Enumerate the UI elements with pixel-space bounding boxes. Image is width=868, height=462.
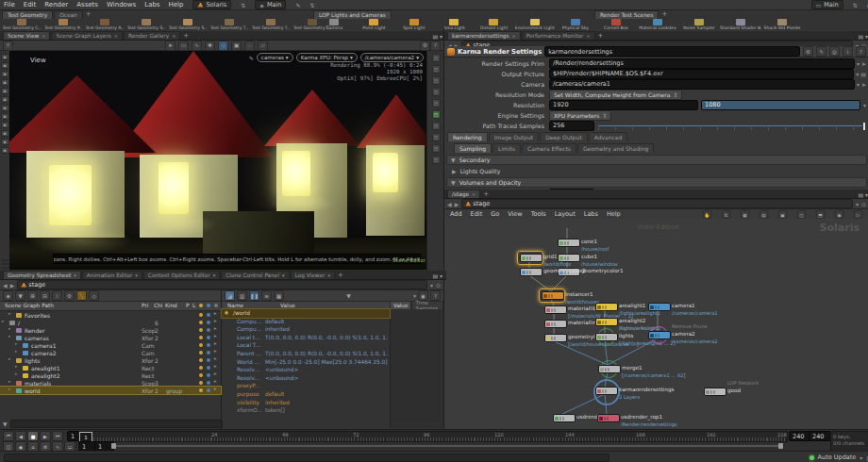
handles-icon[interactable]: ▪ bbox=[1, 88, 9, 94]
box-select-icon[interactable]: ▭ bbox=[178, 41, 189, 51]
menu-labs[interactable]: Labs bbox=[144, 1, 159, 8]
magnifier-icon[interactable]: ◎ bbox=[829, 46, 840, 57]
jump-end-button[interactable]: ⏭ bbox=[52, 431, 63, 441]
details-caret-icon[interactable]: ▾ bbox=[413, 292, 416, 299]
prim-expander-icon[interactable]: ● bbox=[225, 310, 228, 315]
detail-row-Local-T-[interactable]: Local T... bbox=[222, 341, 390, 350]
wireframe-icon[interactable]: ◳ bbox=[432, 99, 441, 107]
node-body[interactable] bbox=[544, 305, 567, 314]
detail-row-Resolv-[interactable]: Resolv...<unbound> bbox=[222, 366, 390, 374]
camera-icon[interactable]: ▪ bbox=[1, 122, 9, 128]
tree-slash-icon[interactable]: ╲ bbox=[76, 290, 87, 301]
tree-row-lights[interactable]: ▸lightsXfor2➤ bbox=[0, 356, 221, 364]
back-icon[interactable]: ◀ bbox=[447, 201, 452, 207]
scale-icon[interactable]: ▪ bbox=[1, 79, 9, 86]
expander-icon[interactable]: ▸ bbox=[8, 356, 10, 361]
select-arrow-icon[interactable]: ➤ bbox=[213, 379, 217, 384]
prims-mode-icon[interactable]: ▱ bbox=[258, 41, 268, 51]
net-menu-layout[interactable]: Layout bbox=[555, 210, 576, 218]
view-mode-icon-2[interactable] bbox=[1, 267, 9, 269]
shading-mode-icon[interactable]: ◳ bbox=[432, 88, 441, 96]
pane-tab-scene-graph-layers[interactable]: Scene Graph Layers× bbox=[51, 31, 123, 40]
menu-edit[interactable]: Edit bbox=[24, 1, 37, 8]
pick-prim-icon[interactable]: ➤ bbox=[861, 60, 866, 67]
node-body[interactable] bbox=[595, 318, 618, 326]
net-menu-go[interactable]: Go bbox=[491, 210, 499, 218]
expander-icon[interactable]: ▸ bbox=[8, 387, 10, 391]
select-arrow-icon[interactable]: ➤ bbox=[213, 371, 217, 376]
select-arrow-icon[interactable]: ➤ bbox=[213, 319, 217, 323]
filter-funnel-icon[interactable]: ▼ bbox=[3, 421, 8, 427]
path-traced-samples-field[interactable]: 256 bbox=[549, 121, 594, 131]
forward-icon[interactable]: ▶ bbox=[455, 201, 459, 207]
solo-toggle[interactable] bbox=[199, 351, 203, 355]
brush-icon[interactable]: ✎ bbox=[816, 46, 826, 57]
resolution-height-field[interactable]: 1080 bbox=[701, 100, 860, 110]
pin-view-icon[interactable]: ◳ bbox=[432, 76, 441, 85]
tree-row-camera2[interactable]: ▸camera2Cam➤ bbox=[0, 349, 221, 356]
shelf-tool-test-geometry-t-[interactable]: Test Geometry T.. bbox=[253, 18, 289, 31]
node-body[interactable] bbox=[648, 303, 671, 311]
karma-node-name-field[interactable]: karmarendersettings bbox=[544, 46, 800, 57]
visualize-icon[interactable]: ▪ bbox=[1, 139, 9, 145]
lasso-select-icon[interactable]: ∿ bbox=[192, 41, 202, 51]
net-box-icon[interactable]: ▦ bbox=[741, 209, 749, 218]
add-pane-tab-icon[interactable]: + bbox=[483, 190, 489, 198]
select-arrow-icon[interactable]: ➤ bbox=[213, 364, 217, 369]
layout-spinner-icon[interactable]: ⇅ bbox=[853, 2, 858, 8]
detail-row-visibility[interactable]: visibilityinherited bbox=[222, 399, 390, 407]
details-prim-row[interactable]: ●/world bbox=[222, 309, 390, 318]
network-tab-stage[interactable]: /stage× bbox=[447, 190, 480, 198]
detail-row-purpose[interactable]: purposedefault bbox=[222, 390, 390, 399]
tree-row-Favorites[interactable]: ▸Favorites➤ bbox=[0, 311, 221, 319]
shelf-tool-test-geometry-s-[interactable]: Test Geometry S.. bbox=[170, 18, 206, 31]
detail-row-Compu-[interactable]: Compu...inherited bbox=[222, 325, 390, 334]
select-arrow-icon[interactable]: ➤ bbox=[165, 41, 175, 51]
tree-expand-icon[interactable]: ⊞ bbox=[27, 290, 38, 301]
visibility-toggle[interactable] bbox=[207, 336, 210, 339]
shelf-tool-test-geometry-t-[interactable]: Test Geometry T.. bbox=[211, 18, 247, 31]
pane-tab-scene-view[interactable]: Scene View× bbox=[3, 31, 50, 40]
points-mode-icon[interactable]: ∴ bbox=[244, 41, 255, 51]
select-arrow-icon[interactable]: ➤ bbox=[213, 311, 217, 316]
pane-tab-clone-control-panel[interactable]: Clone Control Panel▾ bbox=[221, 271, 289, 279]
net-menu-tools[interactable]: Tools bbox=[531, 210, 546, 218]
pin-details-icon[interactable]: ◪ bbox=[225, 290, 235, 301]
net-menu-add[interactable]: Add bbox=[450, 210, 462, 218]
timeline-ruler[interactable]: 24487296120144168192216 1 bbox=[78, 431, 788, 442]
pin-icon[interactable]: ⊙ bbox=[861, 201, 866, 207]
net-menu-help[interactable]: Help bbox=[607, 210, 621, 218]
translate-icon[interactable]: ▪ bbox=[1, 62, 9, 69]
forward-icon[interactable]: ▶ bbox=[10, 282, 15, 289]
net-menu-edit[interactable]: Edit bbox=[471, 210, 483, 218]
range-slider[interactable] bbox=[111, 445, 783, 447]
solo-column-icon[interactable] bbox=[199, 304, 203, 307]
node-body[interactable] bbox=[648, 331, 671, 339]
network-canvas[interactable]: Indie Edition Solaris cone1/house/roofcu… bbox=[444, 219, 868, 430]
range-slider-left-handle[interactable] bbox=[111, 443, 116, 449]
menu-render[interactable]: Render bbox=[44, 1, 68, 8]
add-pane-tab-icon[interactable]: + bbox=[338, 272, 343, 279]
visibility-toggle[interactable] bbox=[207, 381, 210, 385]
group-lights-quality[interactable]: ▶Lights Quality bbox=[444, 166, 868, 175]
node-body[interactable] bbox=[544, 334, 567, 342]
tree-collapse-icon[interactable]: ⊟ bbox=[40, 290, 50, 301]
visibility-toggle[interactable] bbox=[207, 366, 210, 370]
tree-filter-icon[interactable]: ▼ bbox=[15, 290, 25, 301]
visibility-toggle[interactable] bbox=[207, 388, 210, 392]
info-icon[interactable]: i bbox=[843, 46, 853, 57]
range-slider-right-handle[interactable] bbox=[778, 443, 783, 449]
shelf-tool-test-geometry-c-[interactable]: Test Geometry C.. bbox=[4, 18, 40, 31]
details-funnel-icon[interactable]: ▼ bbox=[346, 292, 351, 299]
pause-icon[interactable]: ❚❚ bbox=[249, 290, 259, 301]
net-images-icon[interactable]: ▣ bbox=[778, 209, 787, 218]
play-button[interactable]: ▶ bbox=[40, 431, 51, 441]
pane-menu-icon[interactable]: ▤ ▾ bbox=[432, 272, 442, 279]
visibility-toggle[interactable] bbox=[207, 313, 210, 317]
snap-icon[interactable]: ▪ bbox=[1, 96, 9, 103]
group-secondary[interactable]: ▼Secondary bbox=[446, 155, 867, 165]
snapshot-pen-icon[interactable]: ✎ bbox=[249, 55, 254, 61]
tree-row-Render[interactable]: ▸RenderScop2➤ bbox=[0, 326, 221, 334]
lighting-icon[interactable]: ◳ bbox=[432, 110, 441, 119]
expander-icon[interactable]: ▸ bbox=[8, 311, 10, 316]
